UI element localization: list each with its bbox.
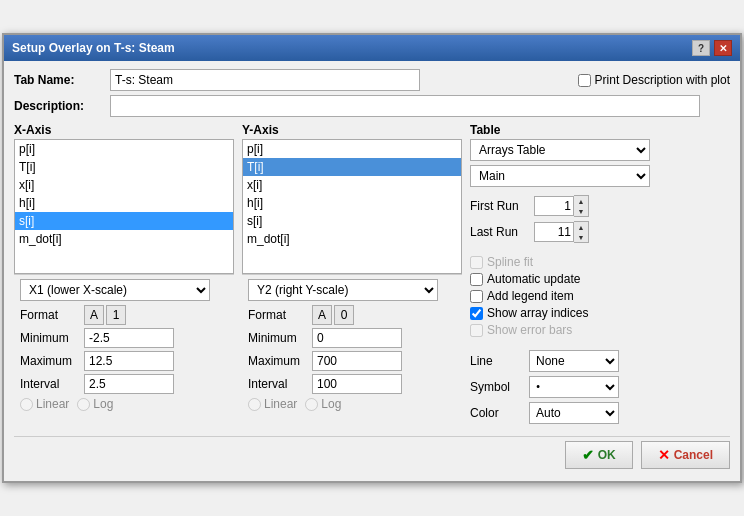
dialog-title: Setup Overlay on T-s: Steam [12,41,175,55]
x-interval-input[interactable] [84,374,174,394]
table-main-row: Main Sub1 Sub2 [470,165,730,187]
line-row: Line None Solid Dashed Dotted [470,350,730,372]
show-indices-checkbox[interactable] [470,307,483,320]
x-scale-select[interactable]: X1 (lower X-scale) X2 (upper X-scale) [20,279,210,301]
last-run-down-button[interactable]: ▼ [574,232,588,242]
x-maximum-label: Maximum [20,354,80,368]
first-run-up-button[interactable]: ▲ [574,196,588,206]
close-button[interactable]: ✕ [714,40,732,56]
auto-update-label: Automatic update [487,272,580,286]
last-run-input[interactable] [534,222,574,242]
first-run-label: First Run [470,199,530,213]
last-run-spin: ▲ ▼ [534,221,589,243]
x-maximum-input[interactable] [84,351,174,371]
x-axis-list[interactable]: p[i] T[i] x[i] h[i] s[i] m_dot[i] [14,139,234,274]
y-linear-radio[interactable] [248,398,261,411]
y-log-radio-label[interactable]: Log [305,397,341,411]
show-indices-label: Show array indices [487,306,588,320]
x-interval-label: Interval [20,377,80,391]
color-row: Color Auto Black Red Blue Green [470,402,730,424]
x-minimum-row: Minimum [20,328,228,348]
main-select[interactable]: Main Sub1 Sub2 [470,165,650,187]
line-select[interactable]: None Solid Dashed Dotted [529,350,619,372]
first-run-row: First Run ▲ ▼ [470,195,730,217]
y-scale-select[interactable]: Y1 (left Y-scale) Y2 (right Y-scale) [248,279,438,301]
y-axis-item[interactable]: s[i] [243,212,461,230]
x-minimum-input[interactable] [84,328,174,348]
x-axis-item-selected[interactable]: s[i] [15,212,233,230]
last-run-label: Last Run [470,225,530,239]
y-axis-item-selected[interactable]: T[i] [243,158,461,176]
title-bar: Setup Overlay on T-s: Steam ? ✕ [4,35,740,61]
tab-name-input[interactable] [110,69,420,91]
y-format-label: Format [248,308,308,322]
ok-check-icon: ✔ [582,447,594,463]
y-minimum-row: Minimum [248,328,456,348]
symbol-row: Symbol • ○ □ △ [470,376,730,398]
spline-fit-row: Spline fit [470,255,730,269]
x-axis-item[interactable]: T[i] [15,158,233,176]
y-interval-input[interactable] [312,374,402,394]
last-run-up-button[interactable]: ▲ [574,222,588,232]
print-description-checkbox[interactable] [578,74,591,87]
y-linear-radio-label[interactable]: Linear [248,397,297,411]
description-input[interactable] [110,95,700,117]
y-log-radio[interactable] [305,398,318,411]
auto-update-row: Automatic update [470,272,730,286]
arrays-select[interactable]: Arrays Table Parametric Table Integral T… [470,139,650,161]
x-linear-radio[interactable] [20,398,33,411]
y-minimum-label: Minimum [248,331,308,345]
show-error-checkbox[interactable] [470,324,483,337]
print-description-label: Print Description with plot [595,73,730,87]
y-axis-item[interactable]: x[i] [243,176,461,194]
x-linear-radio-label[interactable]: Linear [20,397,69,411]
help-button[interactable]: ? [692,40,710,56]
y-maximum-label: Maximum [248,354,308,368]
color-label: Color [470,406,525,420]
cancel-x-icon: ✕ [658,447,670,463]
spline-fit-checkbox[interactable] [470,256,483,269]
first-run-input[interactable] [534,196,574,216]
y-axis-item[interactable]: m_dot[i] [243,230,461,248]
color-select[interactable]: Auto Black Red Blue Green [529,402,619,424]
ok-label: OK [598,448,616,462]
x-axis-item[interactable]: x[i] [15,176,233,194]
y-interval-label: Interval [248,377,308,391]
x-axis-item[interactable]: m_dot[i] [15,230,233,248]
y-minimum-input[interactable] [312,328,402,348]
x-axis-item[interactable]: h[i] [15,194,233,212]
first-run-spin-buttons: ▲ ▼ [574,195,589,217]
x-log-radio[interactable] [77,398,90,411]
y-maximum-row: Maximum [248,351,456,371]
y-axis-title: Y-Axis [242,123,462,137]
x-minimum-label: Minimum [20,331,80,345]
ok-button[interactable]: ✔ OK [565,441,633,469]
y-maximum-input[interactable] [312,351,402,371]
y-axis-list[interactable]: p[i] T[i] x[i] h[i] s[i] m_dot[i] [242,139,462,274]
top-form: Tab Name: Print Description with plot De… [14,69,730,117]
y-format-row: Format A 0 [248,305,456,325]
auto-update-checkbox[interactable] [470,273,483,286]
first-run-down-button[interactable]: ▼ [574,206,588,216]
x-log-radio-label[interactable]: Log [77,397,113,411]
y-linear-label: Linear [264,397,297,411]
x-format-b: 1 [106,305,126,325]
x-axis-section: X-Axis p[i] T[i] x[i] h[i] s[i] m_dot[i]… [14,123,234,428]
last-run-row: Last Run ▲ ▼ [470,221,730,243]
y-axis-item[interactable]: h[i] [243,194,461,212]
y-axis-item[interactable]: p[i] [243,140,461,158]
y-format-ab: A 0 [312,305,354,325]
x-linear-label: Linear [36,397,69,411]
x-format-a: A [84,305,104,325]
table-arrays-row: Arrays Table Parametric Table Integral T… [470,139,730,161]
line-sym-color-section: Line None Solid Dashed Dotted Symbol • ○ [470,350,730,424]
options-section: Spline fit Automatic update Add legend i… [470,251,730,344]
line-label: Line [470,354,525,368]
x-axis-item[interactable]: p[i] [15,140,233,158]
show-error-row: Show error bars [470,323,730,337]
cancel-button[interactable]: ✕ Cancel [641,441,730,469]
symbol-select[interactable]: • ○ □ △ [529,376,619,398]
title-bar-buttons: ? ✕ [692,40,732,56]
x-format-row: Format A 1 [20,305,228,325]
add-legend-checkbox[interactable] [470,290,483,303]
